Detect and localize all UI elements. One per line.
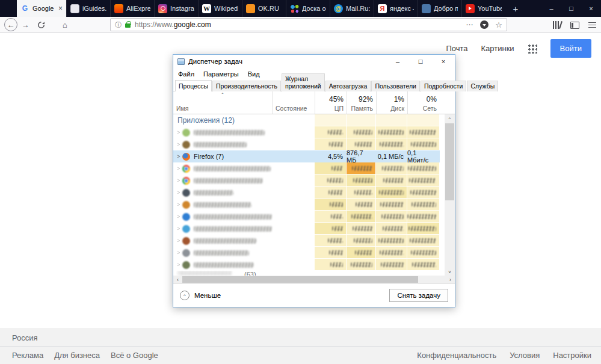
- fewer-details-button[interactable]: ^ Меньше: [180, 291, 221, 300]
- footer-link-right-1[interactable]: Условия: [510, 351, 540, 360]
- column-header-network[interactable]: 0% Сеть: [407, 91, 440, 114]
- process-row[interactable]: >: [173, 126, 440, 138]
- tab-yandex[interactable]: Яяндекс — Я: [374, 0, 418, 17]
- close-button[interactable]: ×: [581, 0, 601, 17]
- process-group-row[interactable]: Приложения (12): [173, 114, 440, 126]
- process-row[interactable]: >: [173, 174, 440, 187]
- sidebar-icon[interactable]: [570, 22, 579, 29]
- images-link[interactable]: Картинки: [481, 44, 514, 53]
- expander-icon[interactable]: >: [175, 262, 182, 268]
- tab-close-icon[interactable]: ×: [57, 4, 63, 13]
- process-row-firefox[interactable]: >Firefox (7)4,5%876,7 МБ0,1 МБ/с0,1 Мбит…: [173, 150, 440, 162]
- maximize-button[interactable]: □: [561, 0, 581, 17]
- column-header-memory[interactable]: 92% Память: [347, 91, 376, 114]
- reload-button[interactable]: [33, 21, 49, 29]
- column-header-cpu[interactable]: 45% ЦП: [315, 91, 347, 114]
- scroll-left-icon[interactable]: ‹: [173, 277, 182, 283]
- column-header-status[interactable]: Состояние: [272, 91, 315, 114]
- url-bar[interactable]: ⓘ https://www.google.com ⋯ ☆: [110, 18, 507, 31]
- ssl-lock-icon[interactable]: [125, 23, 131, 28]
- tm-maximize-button[interactable]: □: [409, 55, 432, 68]
- footer-link-right-0[interactable]: Конфиденциальность: [417, 351, 496, 360]
- process-name-cell: >: [173, 225, 272, 233]
- scroll-right-icon[interactable]: ›: [446, 277, 455, 283]
- menu-item-0[interactable]: Файл: [178, 70, 194, 78]
- vertical-scrollbar[interactable]: ^ v: [445, 114, 455, 276]
- process-row[interactable]: >: [173, 223, 440, 235]
- tm-tab-3[interactable]: Автозагрузка: [325, 81, 371, 91]
- process-row[interactable]: >: [173, 211, 440, 223]
- new-tab-button[interactable]: +: [505, 0, 526, 17]
- scroll-down-icon[interactable]: v: [445, 267, 455, 276]
- library-icon[interactable]: [553, 21, 561, 29]
- home-button[interactable]: ⌂: [57, 20, 73, 29]
- process-row[interactable]: >: [173, 235, 440, 247]
- vertical-scrollbar-thumb[interactable]: [445, 123, 454, 200]
- tab-board[interactable]: Доска объ: [286, 0, 330, 17]
- expander-icon[interactable]: >: [175, 177, 182, 184]
- heat-cell: 0,1 МБ/с: [376, 150, 407, 162]
- footer-link-right-2[interactable]: Настройки: [553, 351, 591, 360]
- tm-tab-6[interactable]: Службы: [467, 81, 498, 91]
- footer-link-left-0[interactable]: Реклама: [12, 351, 43, 360]
- tm-close-button[interactable]: ×: [432, 55, 455, 68]
- tm-tab-2[interactable]: Журнал приложений: [282, 73, 325, 91]
- minimize-button[interactable]: –: [541, 0, 561, 17]
- expander-icon[interactable]: >: [175, 153, 182, 159]
- page-actions-icon[interactable]: ⋯: [466, 20, 473, 29]
- expander-icon[interactable]: >: [175, 250, 182, 256]
- site-info-icon[interactable]: ⓘ: [115, 20, 122, 29]
- hamburger-menu-icon[interactable]: [588, 22, 596, 28]
- tab-okru[interactable]: OK.RU: [242, 0, 286, 17]
- process-icon: [182, 249, 190, 257]
- tm-minimize-button[interactable]: –: [386, 55, 409, 68]
- censored-value: [383, 226, 404, 231]
- scroll-up-icon[interactable]: ^: [445, 114, 455, 123]
- menu-item-2[interactable]: Вид: [248, 70, 260, 78]
- expander-icon[interactable]: >: [175, 226, 182, 232]
- tab-iguides[interactable]: iGuides.ru: [66, 0, 110, 17]
- footer-link-left-1[interactable]: Для бизнеса: [54, 351, 100, 360]
- tm-tab-0[interactable]: Процессы: [175, 80, 212, 91]
- expander-icon[interactable]: >: [175, 214, 182, 220]
- end-task-button[interactable]: Снять задачу: [389, 289, 448, 302]
- process-row[interactable]: >: [173, 199, 440, 211]
- forward-button[interactable]: →: [17, 20, 33, 29]
- horizontal-scrollbar[interactable]: ‹ ›: [173, 276, 455, 283]
- horizontal-scrollbar-thumb[interactable]: [182, 276, 418, 283]
- expander-icon[interactable]: >: [175, 202, 182, 208]
- apps-grid-icon[interactable]: [528, 44, 537, 54]
- bookmark-star-icon[interactable]: ☆: [495, 20, 502, 29]
- tm-tab-4[interactable]: Пользователи: [371, 81, 420, 91]
- process-row[interactable]: >: [173, 187, 440, 199]
- expander-icon[interactable]: >: [175, 141, 182, 147]
- column-header-name[interactable]: ˆ Имя: [173, 91, 272, 114]
- expander-icon[interactable]: >: [175, 165, 182, 171]
- tab-mailru[interactable]: @Mail.Ru: по: [330, 0, 374, 17]
- column-header-disk[interactable]: 1% Диск: [376, 91, 407, 114]
- tab-instagram[interactable]: Instagram: [154, 0, 198, 17]
- tm-tab-5[interactable]: Подробности: [421, 81, 467, 91]
- gmail-link[interactable]: Почта: [446, 44, 467, 53]
- process-row[interactable]: >: [173, 162, 440, 174]
- heat-cell: [347, 223, 376, 235]
- back-button[interactable]: ←: [4, 18, 17, 31]
- footer-link-left-2[interactable]: Всё о Google: [111, 351, 158, 360]
- pocket-icon[interactable]: [480, 20, 489, 29]
- tab-vk[interactable]: Добро пож: [418, 0, 461, 17]
- tm-tab-1[interactable]: Производительность: [212, 81, 281, 91]
- menu-item-1[interactable]: Параметры: [203, 70, 239, 78]
- process-name-cell: >: [173, 201, 272, 209]
- process-row[interactable]: >: [173, 247, 440, 259]
- tab-youtube[interactable]: YouTube: [461, 0, 505, 17]
- signin-button[interactable]: Войти: [550, 39, 591, 58]
- process-row[interactable]: >: [173, 259, 440, 271]
- task-manager-titlebar[interactable]: Диспетчер задач – □ ×: [173, 55, 455, 68]
- expander-icon[interactable]: >: [175, 129, 182, 135]
- tab-wikipedia[interactable]: WWikipedia: [198, 0, 242, 17]
- tab-aliexpress[interactable]: AliExpress.c: [110, 0, 154, 17]
- expander-icon[interactable]: >: [175, 190, 182, 196]
- process-row[interactable]: >: [173, 138, 440, 150]
- expander-icon[interactable]: >: [175, 238, 182, 244]
- tab-google[interactable]: GGoogle×: [17, 0, 66, 17]
